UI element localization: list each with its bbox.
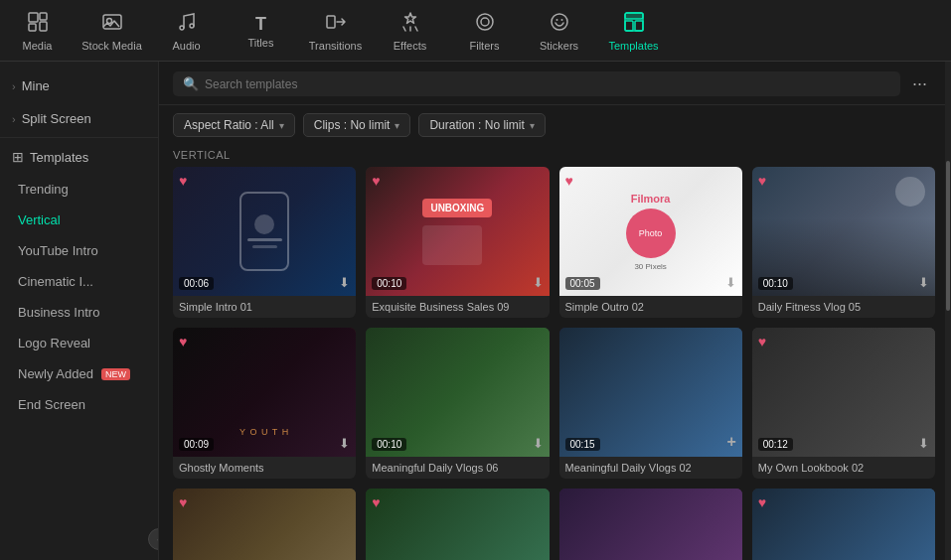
nav-stickers-label: Stickers [540, 40, 578, 52]
template-card-11[interactable]: 00:12 ⬇ A Beautiful Mind 03 [559, 489, 742, 560]
add-icon-7[interactable]: + [726, 433, 735, 451]
download-icon-4[interactable]: ⬇ [918, 275, 929, 290]
download-icon-8[interactable]: ⬇ [918, 436, 929, 451]
sidebar-item-mine[interactable]: › Mine [0, 70, 158, 102]
template-card-10[interactable]: ♥ 00:10 ⬇ Diary Fashion Life 13 [366, 489, 549, 560]
sidebar-mine-label: Mine [22, 78, 50, 93]
aspect-ratio-label: Aspect Ratio : All [184, 118, 274, 132]
download-icon-6[interactable]: ⬇ [533, 436, 544, 451]
template-label-5: Ghostly Moments [173, 457, 356, 479]
effects-icon [399, 11, 421, 36]
template-card-8[interactable]: ♥ 00:12 ⬇ My Own Lookbook 02 [752, 328, 935, 479]
filters-icon [474, 11, 496, 36]
more-options-button[interactable]: ··· [908, 73, 931, 94]
heart-icon-4: ♥ [758, 173, 766, 189]
sidebar-item-cinematic[interactable]: Cinematic I... [0, 266, 158, 297]
transitions-icon [325, 11, 347, 36]
duration-5: 00:09 [179, 438, 214, 451]
sidebar-item-business-intro[interactable]: Business Intro [0, 297, 158, 328]
right-panel: 🔍 ··· Aspect Ratio : All ▾ Clips : No li… [159, 62, 945, 560]
duration-filter[interactable]: Duration : No limit ▾ [418, 113, 545, 137]
sidebar-item-templates-section[interactable]: ⊞ Templates [0, 140, 158, 174]
template-thumb-3: Filmora Photo 30 Pixels ♥ 00:05 ⬇ [559, 167, 742, 296]
nav-audio[interactable]: Audio [149, 7, 224, 56]
template-thumb-6: 00:10 ⬇ [366, 328, 549, 457]
collapse-icon: ‹ [157, 534, 159, 545]
search-input[interactable] [205, 77, 890, 91]
sidebar-item-logo-reveal[interactable]: Logo Reveal [0, 328, 158, 358]
search-icon: 🔍 [183, 76, 199, 91]
heart-icon-9: ♥ [179, 494, 187, 510]
sidebar-item-vertical[interactable]: Vertical [0, 205, 158, 235]
template-label-4: Daily Fitness Vlog 05 [752, 296, 935, 318]
svg-rect-3 [40, 22, 47, 31]
sidebar: › Mine › Split Screen ⊞ Templates Trendi… [0, 62, 159, 560]
main-content: › Mine › Split Screen ⊞ Templates Trendi… [0, 62, 951, 560]
cinematic-label: Cinematic I... [18, 274, 93, 289]
heart-icon-8: ♥ [758, 334, 766, 350]
search-bar: 🔍 ··· [159, 62, 945, 105]
nav-stickers[interactable]: Stickers [522, 7, 596, 56]
nav-transitions[interactable]: Transitions [298, 7, 373, 56]
filter-row: Aspect Ratio : All ▾ Clips : No limit ▾ … [159, 105, 945, 145]
svg-rect-0 [29, 13, 38, 22]
template-label-7: Meaningful Daily Vlogs 02 [559, 457, 742, 479]
template-card-4[interactable]: ♥ 00:10 ⬇ Daily Fitness Vlog 05 [752, 167, 935, 318]
svg-rect-16 [625, 21, 633, 31]
sidebar-item-end-screen[interactable]: End Screen [0, 389, 158, 420]
nav-filters[interactable]: Filters [447, 7, 522, 56]
template-card-2[interactable]: UNBOXING ♥ 00:10 ⬇ Exquisite Business Sa… [366, 167, 549, 318]
download-icon-3[interactable]: ⬇ [725, 275, 736, 290]
duration-3: 00:05 [565, 277, 600, 290]
clips-filter[interactable]: Clips : No limit ▾ [303, 113, 411, 137]
duration-2: 00:10 [372, 277, 406, 290]
sidebar-item-trending[interactable]: Trending [0, 174, 158, 205]
duration-label: Duration : No limit [429, 118, 524, 132]
nav-stock-media[interactable]: Stock Media [75, 7, 149, 56]
audio-icon [176, 11, 198, 36]
svg-point-9 [477, 14, 493, 30]
nav-titles[interactable]: T Titles [224, 11, 298, 53]
sidebar-split-label: Split Screen [22, 111, 91, 126]
sidebar-collapse-button[interactable]: ‹ [148, 528, 159, 550]
search-box[interactable]: 🔍 [173, 71, 900, 96]
svg-rect-17 [635, 21, 643, 31]
logo-reveal-label: Logo Reveal [18, 336, 90, 350]
stickers-icon [549, 11, 570, 36]
sidebar-item-newly-added[interactable]: Newly Added NEW [0, 358, 158, 389]
business-intro-label: Business Intro [18, 305, 99, 320]
template-card-12[interactable]: ♥ 00:11 ⬇ Split Photo Album 02 [752, 489, 935, 560]
template-card-3[interactable]: Filmora Photo 30 Pixels ♥ 00:05 ⬇ Simple… [559, 167, 742, 318]
clips-chevron: ▾ [395, 120, 399, 131]
nav-templates[interactable]: Templates [596, 7, 671, 56]
download-icon-1[interactable]: ⬇ [339, 275, 350, 290]
template-card-7[interactable]: 00:15 + Meaningful Daily Vlogs 02 [559, 328, 742, 479]
svg-rect-15 [625, 13, 643, 19]
svg-point-10 [481, 18, 489, 26]
sidebar-divider [0, 137, 158, 138]
chevron-right-icon: › [12, 80, 16, 92]
duration-6: 00:10 [372, 438, 406, 451]
top-navigation: Media Stock Media Audio T Titles Transit… [0, 0, 951, 62]
template-card-6[interactable]: 00:10 ⬇ Meaningful Daily Vlogs 06 [366, 328, 549, 479]
template-card-1[interactable]: ♥ 00:06 ⬇ Simple Intro 01 [173, 167, 356, 318]
sidebar-item-youtube-intro[interactable]: YouTube Intro [0, 235, 158, 266]
newly-added-label: Newly Added [18, 366, 93, 381]
download-icon-5[interactable]: ⬇ [339, 436, 350, 451]
nav-media[interactable]: Media [0, 7, 75, 56]
aspect-ratio-filter[interactable]: Aspect Ratio : All ▾ [173, 113, 295, 137]
template-card-5[interactable]: Y O U T H ♥ 00:09 ⬇ Ghostly Moments [173, 328, 356, 479]
chevron-right-icon-split: › [12, 113, 16, 125]
duration-chevron: ▾ [530, 120, 535, 131]
heart-icon-2: ♥ [372, 173, 380, 189]
nav-audio-label: Audio [172, 40, 200, 52]
template-thumb-4: ♥ 00:10 ⬇ [752, 167, 935, 296]
sidebar-item-split-screen[interactable]: › Split Screen [0, 102, 158, 135]
nav-effects[interactable]: Effects [373, 7, 447, 56]
template-card-9[interactable]: ♥ 00:11 ⬇ Diary Fashion Life 15 [173, 489, 356, 560]
download-icon-2[interactable]: ⬇ [533, 275, 544, 290]
heart-icon-3: ♥ [565, 173, 573, 189]
template-thumb-7: 00:15 + [559, 328, 742, 457]
svg-point-13 [560, 19, 562, 21]
scroll-track[interactable] [945, 62, 951, 560]
